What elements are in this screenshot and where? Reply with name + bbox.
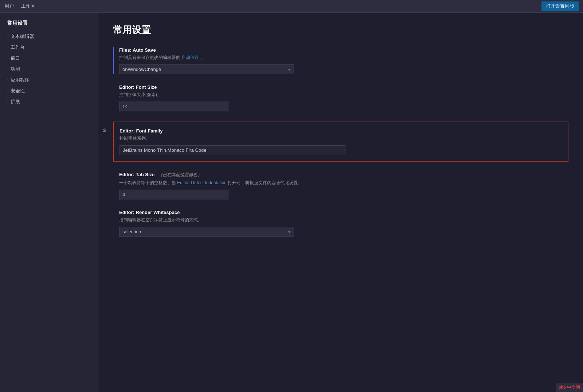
setting-title-font-size: Editor: Font Size xyxy=(119,84,568,90)
sidebar-section-title: 常用设置 xyxy=(0,19,98,31)
setting-desc-tab-size: 一个制表符等于的空格数。当 Editor: Detect Indentation… xyxy=(119,179,568,186)
chevron-icon: › xyxy=(7,67,8,71)
setting-title-render-whitespace: Editor: Render Whitespace xyxy=(119,210,568,215)
sidebar-item-label: 扩展 xyxy=(11,99,20,105)
setting-render-whitespace: Editor: Render Whitespace 控制编辑器在空白字符上显示符… xyxy=(113,210,568,237)
modified-badge: （已在其他位置修改） xyxy=(158,172,202,177)
chevron-icon: › xyxy=(7,45,8,50)
sidebar-item-window[interactable]: › 窗口 xyxy=(0,53,98,64)
render-whitespace-select[interactable]: selection none boundary trailing all xyxy=(119,227,294,237)
top-menubar: 用户 工作区 打开设置同步 xyxy=(0,0,583,13)
sidebar-item-text-editor[interactable]: › 文本编辑器 xyxy=(0,31,98,42)
tab-size-input[interactable]: 4 xyxy=(119,190,228,199)
sidebar-item-label: 窗口 xyxy=(11,55,20,62)
font-family-wrapper: ⚙ Editor: Font Family 控制字体系列。 JetBrains … xyxy=(113,122,568,162)
chevron-icon: › xyxy=(7,35,8,39)
chevron-icon: › xyxy=(7,100,8,104)
detect-indentation-link[interactable]: Editor: Detect Indentation xyxy=(177,180,226,185)
auto-save-select[interactable]: onWindowChange off afterDelay onFocusCha… xyxy=(119,64,294,74)
top-menu-left: 用户 工作区 xyxy=(4,3,35,9)
chevron-icon: › xyxy=(7,56,8,60)
sidebar-item-label: 安全性 xyxy=(11,88,25,94)
menu-workspace[interactable]: 工作区 xyxy=(21,3,35,9)
render-whitespace-select-wrapper: selection none boundary trailing all ▾ xyxy=(119,227,294,237)
sidebar-item-security[interactable]: › 安全性 xyxy=(0,86,98,96)
setting-desc-font-size: 控制字体大小(像素)。 xyxy=(119,91,568,98)
setting-desc-font-family: 控制字体系列。 xyxy=(120,135,562,142)
auto-save-link[interactable]: 自动保存 xyxy=(181,55,199,60)
auto-save-select-wrapper: onWindowChange off afterDelay onFocusCha… xyxy=(119,64,294,74)
setting-font-size: Editor: Font Size 控制字体大小(像素)。 14 xyxy=(113,84,568,111)
main-layout: 常用设置 › 文本编辑器 › 工作台 › 窗口 › 功能 › 应用程序 › 安全… xyxy=(0,13,583,392)
sidebar-item-application[interactable]: › 应用程序 xyxy=(0,75,98,86)
sidebar: 常用设置 › 文本编辑器 › 工作台 › 窗口 › 功能 › 应用程序 › 安全… xyxy=(0,13,98,392)
setting-title-tab-size: Editor: Tab Size （已在其他位置修改） xyxy=(119,172,568,178)
gear-icon: ⚙ xyxy=(102,127,107,133)
content-area: 常用设置 Files: Auto Save 控制具有未保存更改的编辑器的 自动保… xyxy=(98,13,583,392)
setting-auto-save: Files: Auto Save 控制具有未保存更改的编辑器的 自动保存 。 o… xyxy=(113,47,568,74)
menu-user[interactable]: 用户 xyxy=(4,3,14,9)
sidebar-item-label: 功能 xyxy=(11,66,20,72)
chevron-icon: › xyxy=(7,89,8,93)
sidebar-item-workbench[interactable]: › 工作台 xyxy=(0,42,98,53)
setting-tab-size: Editor: Tab Size （已在其他位置修改） 一个制表符等于的空格数。… xyxy=(113,172,568,199)
sidebar-item-extensions[interactable]: › 扩展 xyxy=(0,96,98,107)
setting-desc-auto-save: 控制具有未保存更改的编辑器的 自动保存 。 xyxy=(119,54,568,61)
font-size-input[interactable]: 14 xyxy=(119,102,228,111)
font-family-input[interactable]: JetBrains Mono Thin,Monaco,Fira Code xyxy=(120,145,345,155)
sidebar-item-label: 文本编辑器 xyxy=(11,33,34,40)
chevron-icon: › xyxy=(7,78,8,82)
setting-title-font-family: Editor: Font Family xyxy=(120,128,562,134)
page-title: 常用设置 xyxy=(113,24,568,36)
sidebar-item-features[interactable]: › 功能 xyxy=(0,64,98,75)
watermark: php 中文网 xyxy=(556,383,583,392)
sync-button[interactable]: 打开设置同步 xyxy=(541,1,579,11)
setting-font-family-highlighted: Editor: Font Family 控制字体系列。 JetBrains Mo… xyxy=(113,122,568,162)
sidebar-item-label: 应用程序 xyxy=(11,77,30,83)
sidebar-item-label: 工作台 xyxy=(11,44,25,51)
setting-desc-render-whitespace: 控制编辑器在空白字符上显示符号的方式。 xyxy=(119,217,568,223)
setting-title-auto-save: Files: Auto Save xyxy=(119,47,568,53)
